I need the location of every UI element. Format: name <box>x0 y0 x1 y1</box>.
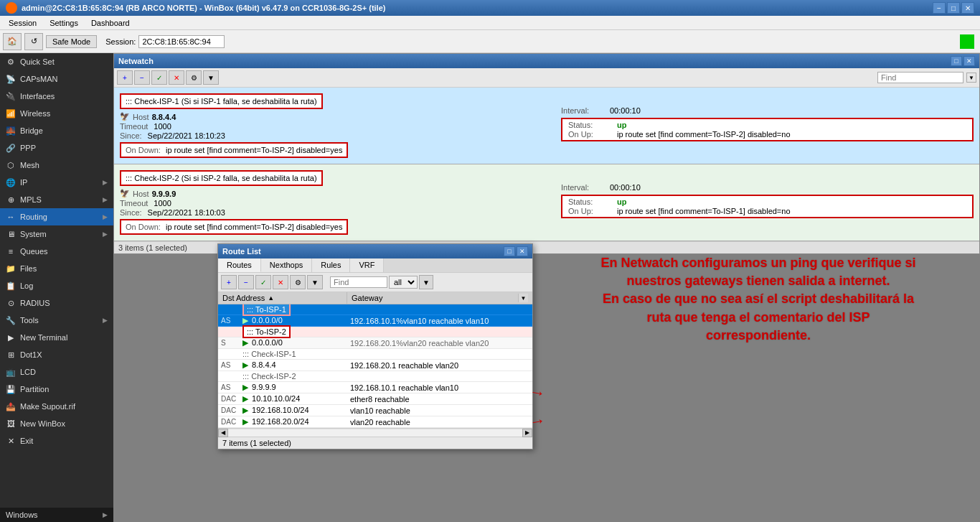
sidebar-label-queues: Queues <box>20 247 48 256</box>
route-row-check-isp2-entry[interactable]: AS ▶ 9.9.9.9 192.168.10.1 reachable vlan… <box>218 382 532 393</box>
route-filter-arrow[interactable]: ▼ <box>419 275 433 289</box>
route-col-menu[interactable]: ▼ <box>518 294 528 302</box>
netwatch-close-btn[interactable]: ✕ <box>963 56 975 66</box>
route-add-btn[interactable]: + <box>221 275 237 289</box>
sidebar-item-capsman[interactable]: 📡 CAPsMAN <box>0 70 113 88</box>
sidebar-item-lcd[interactable]: 📺 LCD <box>0 363 113 381</box>
ppp-icon: 🔗 <box>6 143 16 153</box>
connection-indicator <box>960 34 974 49</box>
sidebar-label-tools: Tools <box>20 316 39 325</box>
sidebar-label-wireless: Wireless <box>20 109 50 118</box>
home-button[interactable]: 🏠 <box>3 33 22 50</box>
sidebar-item-routing[interactable]: ↔ Routing ▶ <box>0 208 113 225</box>
mpls-arrow: ▶ <box>103 196 108 203</box>
sidebar-item-system[interactable]: 🖥 System ▶ <box>0 225 113 243</box>
route-table-header: Dst Address ▲ Gateway ▼ <box>218 292 532 304</box>
netwatch-window: Netwatch □ ✕ + − ✓ ✕ ⚙ ▼ ▼ <box>113 53 980 254</box>
route-filter-btn[interactable]: ▼ <box>307 275 323 289</box>
nw-comment-2: ::: Check-ISP-2 (Si si ISP-2 falla, se d… <box>120 170 323 186</box>
minimize-button[interactable]: − <box>933 2 946 14</box>
sidebar-item-bridge[interactable]: 🌉 Bridge <box>0 122 113 139</box>
sidebar-label-new-terminal: New Terminal <box>20 333 67 342</box>
sidebar-item-dot1x[interactable]: ⊞ Dot1X <box>0 346 113 363</box>
files-icon: 📁 <box>6 264 16 274</box>
route-list-controls: □ ✕ <box>504 246 528 256</box>
sidebar-item-interfaces[interactable]: 🔌 Interfaces <box>0 88 113 105</box>
netwatch-find-input[interactable] <box>877 72 963 83</box>
route-arrow-1: ▶ <box>242 316 248 325</box>
route-row-dac-3[interactable]: DAC ▶ 192.168.20.0/24 vlan20 reachable <box>218 416 532 428</box>
route-find-input[interactable] <box>330 276 387 288</box>
scroll-left-btn[interactable]: ◀ <box>218 429 228 437</box>
route-check-btn[interactable]: ✓ <box>255 275 271 289</box>
route-toolbar: + − ✓ ✕ ⚙ ▼ all ▼ <box>218 273 532 292</box>
sidebar-item-mpls[interactable]: ⊕ MPLS ▶ <box>0 191 113 208</box>
menu-dashboard[interactable]: Dashboard <box>85 17 136 29</box>
nw-add-btn[interactable]: + <box>117 70 133 85</box>
netwatch-scroll-btn[interactable]: ▼ <box>966 73 976 83</box>
route-row-check-isp1-entry[interactable]: AS ▶ 8.8.4.4 192.168.20.1 reachable vlan… <box>218 360 532 371</box>
bridge-icon: 🌉 <box>6 126 16 136</box>
sidebar-item-make-supout[interactable]: 📤 Make Supout.rif <box>0 398 113 415</box>
sidebar-item-partition[interactable]: 💾 Partition <box>0 381 113 398</box>
route-scrollbar[interactable]: ◀ ▶ <box>218 428 532 437</box>
route-list-close-btn[interactable]: ✕ <box>517 246 528 256</box>
route-filter-select[interactable]: all <box>389 276 418 289</box>
nw-host-value-1: 8.8.4.4 <box>152 113 176 121</box>
route-row-check-isp2-comment[interactable]: ::: Check-ISP-2 <box>218 371 532 382</box>
ip-arrow: ▶ <box>103 179 108 186</box>
nw-filter-btn[interactable]: ▼ <box>203 70 219 85</box>
sidebar-item-mesh[interactable]: ⬡ Mesh <box>0 157 113 174</box>
netwatch-toolbar: + − ✓ ✕ ⚙ ▼ ▼ <box>114 68 979 88</box>
route-remove-btn[interactable]: − <box>238 275 254 289</box>
route-row-isp2-entry[interactable]: S ▶ 0.0.0.0/0 192.168.20.1%vlan20 reacha… <box>218 337 532 349</box>
sidebar-item-ip[interactable]: 🌐 IP ▶ <box>0 174 113 191</box>
route-row-dac-2[interactable]: DAC ▶ 192.168.10.0/24 vlan10 reachable <box>218 405 532 416</box>
menu-session[interactable]: Session <box>3 17 42 29</box>
sidebar-item-exit[interactable]: ✕ Exit <box>0 432 113 449</box>
sidebar-label-mesh: Mesh <box>20 161 39 169</box>
sidebar-item-queues[interactable]: ≡ Queues <box>0 243 113 260</box>
tab-vrf[interactable]: VRF <box>350 258 384 272</box>
safe-mode-button[interactable]: Safe Mode <box>46 35 97 48</box>
sidebar-item-wireless[interactable]: 📶 Wireless <box>0 105 113 122</box>
mpls-icon: ⊕ <box>6 195 16 205</box>
route-settings-btn[interactable]: ⚙ <box>290 275 306 289</box>
nw-settings-btn[interactable]: ⚙ <box>186 70 202 85</box>
sidebar-item-new-terminal[interactable]: ▶ New Terminal <box>0 329 113 346</box>
nw-cross-btn[interactable]: ✕ <box>169 70 184 85</box>
nw-remove-btn[interactable]: − <box>134 70 150 85</box>
route-row-isp1-comment[interactable]: ::: To-ISP-1 <box>218 304 532 315</box>
mesh-icon: ⬡ <box>6 160 16 170</box>
sidebar-item-ppp[interactable]: 🔗 PPP <box>0 139 113 157</box>
route-row-check-isp1-comment[interactable]: ::: Check-ISP-1 <box>218 349 532 360</box>
sidebar-item-quick-set[interactable]: ⚙ Quick Set <box>0 53 113 70</box>
route-cross-btn[interactable]: ✕ <box>273 275 288 289</box>
tab-routes[interactable]: Routes <box>218 258 261 272</box>
maximize-button[interactable]: □ <box>947 2 960 14</box>
nw-host-label-2: Host <box>133 190 149 198</box>
sidebar-label-files: Files <box>20 264 37 273</box>
sidebar-item-tools[interactable]: 🔧 Tools ▶ <box>0 312 113 329</box>
lcd-icon: 📺 <box>6 367 16 377</box>
netwatch-maximize-btn[interactable]: □ <box>951 56 962 66</box>
session-input[interactable] <box>138 35 225 48</box>
sidebar-label-capsman: CAPsMAN <box>20 75 58 83</box>
route-row-isp2-comment[interactable]: ::: To-ISP-2 <box>218 327 532 337</box>
netwatch-row-2: ::: Check-ISP-2 (Si si ISP-2 falla, se d… <box>114 164 979 241</box>
sidebar-item-new-winbox[interactable]: 🖼 New WinBox <box>0 415 113 432</box>
nw-host-label-1: Host <box>133 113 149 121</box>
route-row-dac-1[interactable]: DAC ▶ 10.10.10.0/24 ether8 reachable <box>218 393 532 405</box>
close-button[interactable]: ✕ <box>961 2 974 14</box>
sidebar-item-radius[interactable]: ⊙ RADIUS <box>0 294 113 312</box>
route-list-maximize-btn[interactable]: □ <box>504 246 515 256</box>
routing-arrow: ▶ <box>103 213 108 220</box>
menu-settings[interactable]: Settings <box>44 17 84 29</box>
tab-nexthops[interactable]: Nexthops <box>261 258 312 272</box>
refresh-button[interactable]: ↺ <box>24 33 43 50</box>
sidebar-item-files[interactable]: 📁 Files <box>0 260 113 277</box>
tab-rules[interactable]: Rules <box>312 258 350 272</box>
sidebar-item-log[interactable]: 📋 Log <box>0 277 113 294</box>
nw-check-btn[interactable]: ✓ <box>151 70 167 85</box>
tools-arrow: ▶ <box>103 317 108 324</box>
